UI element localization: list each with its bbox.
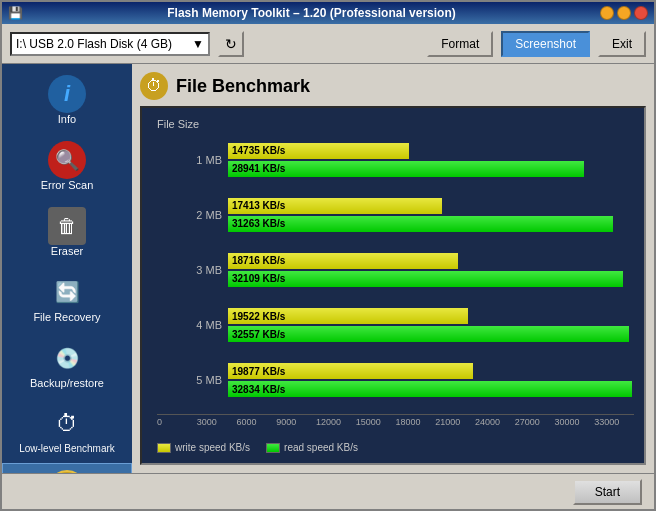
- sidebar: i Info 🔍 Error Scan 🗑 Eraser 🔄 File Reco…: [2, 64, 132, 473]
- read-bar: 31263 KB/s: [228, 216, 613, 232]
- chart-title-icon: ⏱: [140, 72, 168, 100]
- legend-read: read speed KB/s: [266, 442, 358, 453]
- sidebar-item-error-scan[interactable]: 🔍 Error Scan: [2, 134, 132, 198]
- write-bar-value: 17413 KB/s: [232, 200, 285, 211]
- bar-group-1-MB: 1 MB14735 KB/s28941 KB/s: [192, 143, 634, 177]
- bar-group-3-MB: 3 MB18716 KB/s32109 KB/s: [192, 253, 634, 287]
- refresh-icon: ↻: [225, 36, 237, 52]
- read-bar-value: 31263 KB/s: [232, 218, 285, 229]
- disk-dropdown[interactable]: I:\ USB 2.0 Flash Disk (4 GB) ▼: [10, 32, 210, 56]
- read-bar-value: 32557 KB/s: [232, 329, 285, 340]
- title-bar: 💾 Flash Memory Toolkit – 1.20 (Professio…: [2, 2, 654, 24]
- chart-area: ⏱ File Benchmark File Size 1 MB14735 KB/…: [132, 64, 654, 473]
- start-button[interactable]: Start: [573, 479, 642, 505]
- x-tick: 24000: [475, 417, 515, 427]
- bar-mb-label: 2 MB: [192, 209, 222, 221]
- error-scan-icon: 🔍: [48, 141, 86, 179]
- write-bar: 14735 KB/s: [228, 143, 409, 159]
- sidebar-item-backup-restore-label: Backup/restore: [30, 377, 104, 389]
- bar-mb-label: 5 MB: [192, 374, 222, 386]
- bar-group-5-MB: 5 MB19877 KB/s32834 KB/s: [192, 363, 634, 397]
- bottom-bar: Start: [2, 473, 654, 509]
- dropdown-arrow-icon: ▼: [192, 37, 204, 51]
- window-controls: [600, 6, 648, 20]
- bars-wrapper: 1 MB14735 KB/s28941 KB/s2 MB17413 KB/s31…: [192, 134, 634, 410]
- write-bar: 19877 KB/s: [228, 363, 473, 379]
- sidebar-item-eraser[interactable]: 🗑 Eraser: [2, 200, 132, 264]
- read-bar-value: 28941 KB/s: [232, 163, 285, 174]
- bar-group-2-MB: 2 MB17413 KB/s31263 KB/s: [192, 198, 634, 232]
- sidebar-item-info-label: Info: [58, 113, 76, 125]
- x-tick: 0: [157, 417, 197, 427]
- title-bar-icon: 💾: [8, 6, 23, 20]
- file-size-label: File Size: [157, 118, 634, 130]
- write-bar-value: 19522 KB/s: [232, 311, 285, 322]
- legend-write-color: [157, 443, 171, 453]
- sidebar-item-eraser-label: Eraser: [51, 245, 83, 257]
- write-bar-value: 14735 KB/s: [232, 145, 285, 156]
- main-content: i Info 🔍 Error Scan 🗑 Eraser 🔄 File Reco…: [2, 64, 654, 473]
- write-bar: 18716 KB/s: [228, 253, 458, 269]
- maximize-button[interactable]: [617, 6, 631, 20]
- x-tick: 18000: [396, 417, 436, 427]
- x-tick: 12000: [316, 417, 356, 427]
- x-tick: 3000: [197, 417, 237, 427]
- bars-column: 14735 KB/s28941 KB/s: [228, 143, 634, 177]
- backup-restore-icon: 💿: [48, 339, 86, 377]
- legend: write speed KB/s read speed KB/s: [157, 438, 634, 453]
- title-bar-text: Flash Memory Toolkit – 1.20 (Professiona…: [23, 6, 600, 20]
- disk-value: I:\ USB 2.0 Flash Disk (4 GB): [16, 37, 172, 51]
- read-bar: 32109 KB/s: [228, 271, 623, 287]
- close-button[interactable]: [634, 6, 648, 20]
- bars-column: 19877 KB/s32834 KB/s: [228, 363, 634, 397]
- write-bar: 19522 KB/s: [228, 308, 468, 324]
- bar-mb-label: 1 MB: [192, 154, 222, 166]
- info-icon: i: [48, 75, 86, 113]
- bars-column: 19522 KB/s32557 KB/s: [228, 308, 634, 342]
- format-button[interactable]: Format: [427, 31, 493, 57]
- minimize-button[interactable]: [600, 6, 614, 20]
- x-tick: 15000: [356, 417, 396, 427]
- eraser-icon: 🗑: [48, 207, 86, 245]
- disk-select-area: I:\ USB 2.0 Flash Disk (4 GB) ▼: [10, 32, 210, 56]
- read-bar: 32834 KB/s: [228, 381, 632, 397]
- write-bar-value: 19877 KB/s: [232, 366, 285, 377]
- write-bar-value: 18716 KB/s: [232, 255, 285, 266]
- x-tick: 30000: [555, 417, 595, 427]
- sidebar-item-info[interactable]: i Info: [2, 68, 132, 132]
- chart-header: ⏱ File Benchmark: [140, 72, 646, 100]
- screenshot-button[interactable]: Screenshot: [501, 31, 590, 57]
- read-bar-value: 32109 KB/s: [232, 273, 285, 284]
- bar-group-4-MB: 4 MB19522 KB/s32557 KB/s: [192, 308, 634, 342]
- sidebar-item-file-recovery[interactable]: 🔄 File Recovery: [2, 266, 132, 330]
- bars-column: 18716 KB/s32109 KB/s: [228, 253, 634, 287]
- legend-write-label: write speed KB/s: [175, 442, 250, 453]
- sidebar-item-backup-restore[interactable]: 💿 Backup/restore: [2, 332, 132, 396]
- exit-button[interactable]: Exit: [598, 31, 646, 57]
- x-tick: 9000: [276, 417, 316, 427]
- legend-read-color: [266, 443, 280, 453]
- read-bar-value: 32834 KB/s: [232, 384, 285, 395]
- refresh-button[interactable]: ↻: [218, 31, 244, 57]
- write-bar: 17413 KB/s: [228, 198, 442, 214]
- sidebar-item-low-level-benchmark-label: Low-level Benchmark: [19, 443, 115, 454]
- file-recovery-icon: 🔄: [48, 273, 86, 311]
- legend-read-label: read speed KB/s: [284, 442, 358, 453]
- legend-write: write speed KB/s: [157, 442, 250, 453]
- toolbar: I:\ USB 2.0 Flash Disk (4 GB) ▼ ↻ Format…: [2, 24, 654, 64]
- read-bar: 32557 KB/s: [228, 326, 629, 342]
- x-tick: 21000: [435, 417, 475, 427]
- chart-title: File Benchmark: [176, 76, 310, 97]
- sidebar-item-file-benchmark[interactable]: ⏱ File Benchmark: [2, 463, 132, 473]
- sidebar-item-low-level-benchmark[interactable]: ⏱ Low-level Benchmark: [2, 398, 132, 461]
- low-level-benchmark-icon: ⏱: [48, 405, 86, 443]
- bar-mb-label: 3 MB: [192, 264, 222, 276]
- read-bar: 28941 KB/s: [228, 161, 584, 177]
- inline-chart: File Size 1 MB14735 KB/s28941 KB/s2 MB17…: [192, 118, 634, 453]
- sidebar-item-file-recovery-label: File Recovery: [33, 311, 100, 323]
- x-tick: 6000: [237, 417, 277, 427]
- sidebar-item-error-scan-label: Error Scan: [41, 179, 94, 191]
- chart-container: File Size 1 MB14735 KB/s28941 KB/s2 MB17…: [140, 106, 646, 465]
- bars-column: 17413 KB/s31263 KB/s: [228, 198, 634, 232]
- main-window: 💾 Flash Memory Toolkit – 1.20 (Professio…: [0, 0, 656, 511]
